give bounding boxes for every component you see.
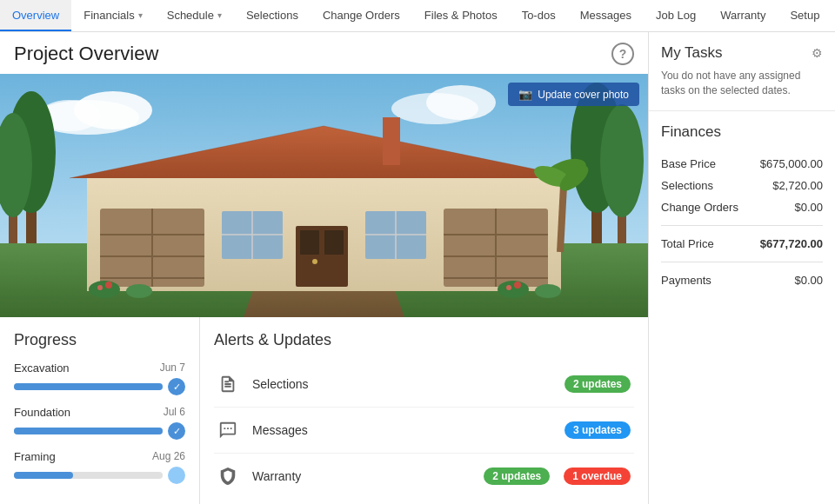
finance-row-selections: Selections $2,720.00 [661,175,823,196]
progress-item-framing: Framing Aug 26 [14,450,185,484]
nav-item-change-orders[interactable]: Change Orders [311,0,412,31]
alert-badge-warranty-overdue: 1 overdue [564,468,631,485]
svg-point-46 [97,285,103,290]
progress-name-framing: Framing [14,450,56,463]
left-column: Project Overview ? [0,32,648,504]
nav-label-schedule: Schedule [167,9,214,22]
nav-label-financials: Financials [84,9,135,22]
nav-item-schedule[interactable]: Schedule ▾ [155,0,234,31]
finance-value-base-price: $675,000.00 [760,157,823,170]
page-title: Project Overview [14,43,158,65]
nav-label-messages: Messages [580,9,631,22]
finance-row-change-orders: Change Orders $0.00 [661,196,823,218]
chevron-down-icon: ▾ [138,10,143,20]
progress-bar-fill-excavation [14,383,163,390]
gear-icon[interactable]: ⚙ [812,46,823,60]
nav-label-setup: Setup [790,9,819,22]
progress-check-framing [168,467,185,484]
svg-rect-32 [300,230,319,255]
nav-label-job-log: Job Log [656,9,696,22]
nav-label-files-photos: Files & Photos [424,9,498,22]
finance-value-total: $677,720.00 [760,237,823,250]
progress-date-foundation: Jul 6 [164,406,185,419]
finance-row-total: Total Price $677,720.00 [661,233,823,255]
nav-item-messages[interactable]: Messages [568,0,644,31]
right-column: My Tasks ⚙ You do not have any assigned … [648,32,835,504]
progress-check-foundation: ✓ [168,422,185,440]
nav-item-financials[interactable]: Financials ▾ [71,0,155,31]
nav-label-overview: Overview [12,9,59,22]
svg-point-42 [126,284,152,298]
svg-point-48 [506,285,511,290]
progress-name-foundation: Foundation [14,406,70,419]
svg-point-13 [600,104,644,217]
finances-section: Finances Base Price $675,000.00 Selectio… [649,111,835,303]
cover-photo-container: 📷 Update cover photo [0,74,648,317]
update-cover-label: Update cover photo [538,89,629,101]
finance-label-payments: Payments [661,274,711,287]
finance-value-change-orders: $0.00 [794,201,823,214]
nav-item-setup[interactable]: Setup [778,0,832,31]
bottom-section: Progress Excavation Jun 7 ✓ [0,317,648,504]
alerts-panel: Alerts & Updates Selections 2 updates Me… [200,317,648,504]
nav-item-selections[interactable]: Selections [234,0,311,31]
progress-bar-fill-framing [14,472,73,479]
progress-bar-bg-excavation [14,383,163,390]
alert-badge-warranty-updates: 2 updates [484,468,550,485]
finance-label-selections: Selections [661,179,713,192]
svg-point-45 [105,282,112,288]
alert-item-selections[interactable]: Selections 2 updates [214,361,634,408]
no-tasks-message: You do not have any assigned tasks on th… [661,69,823,98]
svg-point-41 [89,281,120,298]
finance-divider-2 [661,262,823,262]
progress-item-foundation: Foundation Jul 6 ✓ [14,406,185,440]
my-tasks-title: My Tasks [661,44,723,62]
progress-name-excavation: Excavation [14,361,70,375]
nav-item-files-photos[interactable]: Files & Photos [412,0,510,31]
my-tasks-section: My Tasks ⚙ You do not have any assigned … [649,32,835,111]
svg-point-47 [514,282,521,288]
svg-rect-33 [324,230,344,255]
nav-item-overview[interactable]: Overview [0,0,71,31]
finance-row-base-price: Base Price $675,000.00 [661,153,823,175]
nav-item-warranty[interactable]: Warranty [708,0,778,31]
warranty-icon [214,462,242,490]
nav-label-warranty: Warranty [720,9,765,22]
nav-label-change-orders: Change Orders [323,9,400,22]
alert-label-selections: Selections [252,377,554,391]
finance-value-selections: $2,720.00 [772,179,823,192]
svg-point-43 [498,281,529,298]
progress-check-excavation: ✓ [168,378,185,395]
progress-bar-bg-framing [14,472,163,479]
help-button[interactable]: ? [611,43,634,65]
main-layout: Project Overview ? [0,32,835,504]
svg-rect-20 [383,117,400,165]
finance-label-base-price: Base Price [661,157,716,170]
svg-point-5 [426,85,496,120]
alert-item-warranty[interactable]: Warranty 2 updates 1 overdue [214,454,634,499]
nav-bar: Overview Financials ▾ Schedule ▾ Selecti… [0,0,835,32]
alert-label-warranty: Warranty [252,469,473,483]
progress-bar-fill-foundation [14,428,163,434]
svg-point-44 [535,284,561,298]
update-cover-photo-button[interactable]: 📷 Update cover photo [508,83,639,106]
finance-label-total: Total Price [661,237,714,250]
finance-label-change-orders: Change Orders [661,201,738,214]
finances-title: Finances [661,123,823,141]
page-title-row: Project Overview ? [0,32,648,74]
chevron-down-icon: ▾ [217,10,222,20]
house-illustration [0,74,648,317]
progress-date-excavation: Jun 7 [160,361,185,375]
finance-row-payments: Payments $0.00 [661,269,823,291]
progress-title: Progress [14,331,185,349]
progress-item-excavation: Excavation Jun 7 ✓ [14,361,185,395]
finance-value-payments: $0.00 [794,274,823,287]
svg-point-34 [312,259,317,264]
camera-icon: 📷 [518,88,532,101]
alert-item-messages[interactable]: Messages 3 updates [214,408,634,454]
messages-icon [214,416,242,444]
finance-divider [661,225,823,226]
nav-item-todos[interactable]: To-dos [510,0,568,31]
nav-item-job-log[interactable]: Job Log [644,0,708,31]
progress-date-framing: Aug 26 [152,450,185,463]
